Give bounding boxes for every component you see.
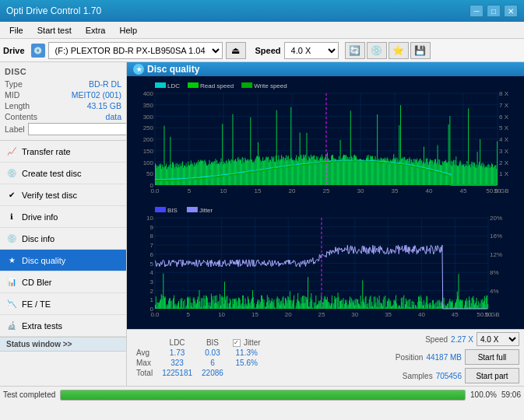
sidebar-item-disc-quality[interactable]: ★ Disc quality xyxy=(0,250,126,271)
total-bis: 22086 xyxy=(197,368,228,378)
minimize-button[interactable]: ─ xyxy=(469,5,484,17)
disc-contents-row: Contents data xyxy=(5,112,121,121)
upper-chart-container xyxy=(130,79,521,202)
stats-avg-row: Avg 1.73 0.03 11.3% xyxy=(132,348,266,358)
create-test-disc-icon: 💿 xyxy=(6,168,17,179)
drive-toolbar: Drive 💿 (F:) PLEXTOR BD-R PX-LB950SA 1.0… xyxy=(0,39,524,62)
sidebar-label-create-test-disc: Create test disc xyxy=(22,169,81,178)
disc-info-icon: 💿 xyxy=(6,233,17,244)
bottom-controls: LDC BIS ✓ Jitter Avg xyxy=(127,329,524,386)
tool-save-button[interactable]: 💾 xyxy=(410,42,431,59)
max-bis: 6 xyxy=(197,358,228,368)
upper-chart xyxy=(130,79,521,202)
drive-info-icon: ℹ xyxy=(6,212,17,222)
sidebar-item-transfer-rate[interactable]: 📈 Transfer rate xyxy=(0,141,126,163)
progress-bar-outer xyxy=(60,390,466,401)
disc-length-label: Length xyxy=(5,101,30,110)
sidebar-label-drive-info: Drive info xyxy=(22,212,58,222)
window-title: Opti Drive Control 1.70 xyxy=(6,5,101,16)
status-window-header: Status window >> xyxy=(0,337,126,352)
max-jitter: 15.6% xyxy=(228,358,266,368)
menu-start-test[interactable]: Start test xyxy=(31,24,78,37)
samples-label: Samples xyxy=(403,372,433,380)
toolbar-icons: 🔄 💿 ⭐ 💾 xyxy=(345,42,431,59)
disc-contents-label: Contents xyxy=(5,112,37,121)
position-label: Position xyxy=(396,353,424,362)
sidebar-label-cd-bler: CD Bler xyxy=(22,278,52,287)
maximize-button[interactable]: □ xyxy=(487,5,501,17)
lower-chart-container xyxy=(130,204,521,326)
sidebar-item-fe-te[interactable]: 📉 FE / TE xyxy=(0,293,126,315)
stats-total-row: Total 1225181 22086 xyxy=(132,368,266,378)
ctrl-speed-select[interactable]: 4.0 X xyxy=(477,332,519,346)
fe-te-icon: 📉 xyxy=(6,299,17,310)
total-ldc: 1225181 xyxy=(157,368,197,378)
sidebar-label-disc-info: Disc info xyxy=(22,234,55,243)
start-full-button[interactable]: Start full xyxy=(465,349,519,365)
disc-length-value: 43.15 GB xyxy=(87,101,121,110)
eject-button[interactable]: ⏏ xyxy=(226,42,246,59)
disc-type-label: Type xyxy=(5,79,23,89)
disc-section-title: Disc xyxy=(5,67,121,76)
disc-quality-icon: ★ xyxy=(6,255,17,266)
col-ldc: LDC xyxy=(157,338,197,348)
avg-label: Avg xyxy=(132,348,157,358)
menu-extra[interactable]: Extra xyxy=(79,24,112,37)
speed-label: Speed xyxy=(255,46,281,55)
avg-jitter: 11.3% xyxy=(228,348,266,358)
jitter-checkbox[interactable]: ✓ xyxy=(233,339,241,347)
jitter-row: ✓ Jitter xyxy=(233,338,261,347)
sidebar-item-drive-info[interactable]: ℹ Drive info xyxy=(0,206,126,228)
tool-disc-button[interactable]: 💿 xyxy=(367,42,387,59)
sidebar-label-transfer-rate: Transfer rate xyxy=(22,147,71,156)
samples-value: 705456 xyxy=(436,372,462,380)
start-part-button[interactable]: Start part xyxy=(465,368,519,383)
speed-select[interactable]: 4.0 X xyxy=(284,42,339,59)
disc-type-row: Type BD-R DL xyxy=(5,79,121,89)
right-panel: ★ Disc quality LDC xyxy=(127,62,524,386)
samples-control: Samples 705456 Start part xyxy=(403,368,519,383)
title-bar: Opti Drive Control 1.70 ─ □ ✕ xyxy=(0,0,524,22)
progress-percent: 100.0% xyxy=(470,390,497,399)
sidebar-item-verify-test-disc[interactable]: ✔ Verify test disc xyxy=(0,184,126,206)
drive-select[interactable]: (F:) PLEXTOR BD-R PX-LB950SA 1.04 xyxy=(48,42,223,59)
total-label: Total xyxy=(132,368,157,378)
sidebar-item-cd-bler[interactable]: 📊 CD Bler xyxy=(0,271,126,293)
sidebar-label-disc-quality: Disc quality xyxy=(22,256,65,265)
menu-help[interactable]: Help xyxy=(113,24,143,37)
status-text: Test completed xyxy=(3,390,55,399)
label-input[interactable] xyxy=(28,123,127,135)
transfer-rate-icon: 📈 xyxy=(6,146,17,157)
right-controls: Speed 2.27 X 4.0 X Position 44187 MB Sta… xyxy=(396,332,519,383)
lower-chart xyxy=(130,204,521,326)
disc-section: Disc Type BD-R DL MID MEIT02 (001) Lengt… xyxy=(0,62,126,141)
extra-tests-icon: 🔬 xyxy=(6,320,17,331)
max-label: Max xyxy=(132,358,157,368)
disc-type-value: BD-R DL xyxy=(89,79,121,89)
drive-icon: 💿 xyxy=(31,44,45,58)
speed-stat-label: Speed xyxy=(425,335,448,344)
tool-star-button[interactable]: ⭐ xyxy=(389,42,409,59)
sidebar-label-verify-test-disc: Verify test disc xyxy=(22,191,77,200)
col-bis: BIS xyxy=(197,338,228,348)
sidebar-label-fe-te: FE / TE xyxy=(22,299,51,309)
menu-file[interactable]: File xyxy=(3,24,30,37)
disc-mid-row: MID MEIT02 (001) xyxy=(5,90,121,100)
main-content: Disc Type BD-R DL MID MEIT02 (001) Lengt… xyxy=(0,62,524,386)
charts-area xyxy=(127,76,524,329)
speed-control: Speed 2.27 X 4.0 X xyxy=(425,332,519,346)
disc-contents-value: data xyxy=(106,112,121,121)
disc-label-row: Label ✎ xyxy=(5,123,121,135)
disc-length-row: Length 43.15 GB xyxy=(5,101,121,110)
tool-refresh-button[interactable]: 🔄 xyxy=(345,42,365,59)
total-jitter xyxy=(228,368,266,378)
status-window-label: Status window >> xyxy=(6,340,72,348)
cd-bler-icon: 📊 xyxy=(6,277,17,288)
window-controls: ─ □ ✕ xyxy=(469,5,518,17)
position-control: Position 44187 MB Start full xyxy=(396,349,519,365)
progress-bar-inner xyxy=(61,390,465,400)
close-button[interactable]: ✕ xyxy=(504,5,518,17)
sidebar-item-extra-tests[interactable]: 🔬 Extra tests xyxy=(0,315,126,337)
sidebar-item-create-test-disc[interactable]: 💿 Create test disc xyxy=(0,163,126,184)
sidebar-item-disc-info[interactable]: 💿 Disc info xyxy=(0,228,126,250)
